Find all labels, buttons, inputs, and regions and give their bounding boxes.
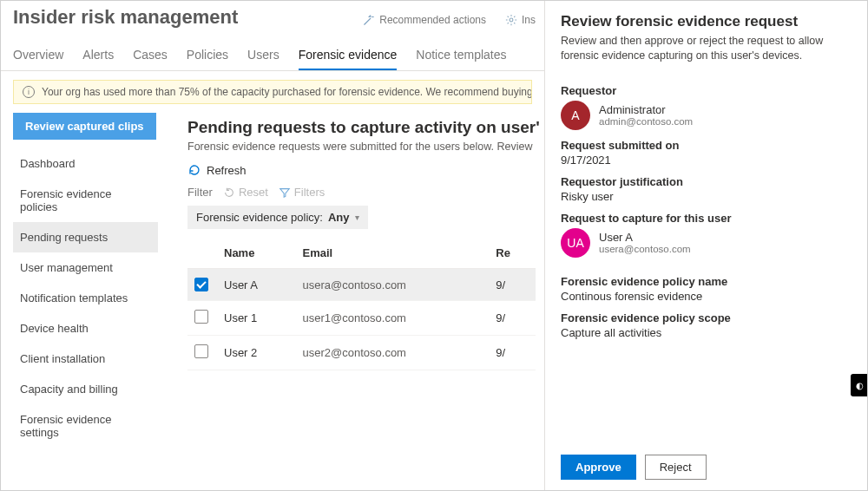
help-bubble[interactable]: ◐ [851, 374, 868, 396]
avatar: UA [561, 228, 590, 258]
review-request-panel: Review forensic evidence request Review … [544, 1, 867, 490]
submitted-on-label: Request submitted on [561, 139, 852, 152]
tab-overview[interactable]: Overview [13, 41, 63, 70]
submitted-on-value: 9/17/2021 [561, 154, 852, 167]
policy-filter-pill[interactable]: Forensic evidence policy: Any ▾ [187, 206, 368, 229]
tab-cases[interactable]: Cases [133, 41, 168, 70]
sidebar-item-forensic-evidence-policies[interactable]: Forensic evidence policies [13, 179, 158, 222]
justification-value: Risky user [561, 190, 852, 203]
sidebar-item-notification-templates[interactable]: Notification templates [13, 283, 158, 313]
reset-icon [223, 187, 235, 199]
pending-requests-heading: Pending requests to capture activity on … [187, 118, 536, 137]
row-checkbox[interactable] [194, 344, 208, 358]
refresh-button[interactable]: Refresh [187, 163, 247, 177]
column-header[interactable]: Email [296, 238, 490, 269]
table-row[interactable]: User 1user1@contoso.com9/ [187, 301, 536, 336]
sidebar-item-pending-requests[interactable]: Pending requests [13, 222, 158, 252]
policy-name-label: Forensic evidence policy name [561, 275, 852, 288]
requestor-label: Requestor [561, 84, 852, 97]
tab-bar: OverviewAlertsCasesPoliciesUsersForensic… [1, 36, 544, 71]
tab-users[interactable]: Users [247, 41, 279, 70]
filters-button[interactable]: Filters [279, 186, 325, 199]
panel-description: Review and then approve or reject the re… [561, 34, 852, 63]
chevron-down-icon: ▾ [355, 213, 359, 222]
sidebar-item-client-installation[interactable]: Client installation [13, 344, 158, 374]
filter-label: Filter [187, 186, 213, 199]
reset-filters-button[interactable]: Reset [223, 186, 268, 199]
capture-user-label: Request to capture for this user [561, 212, 852, 225]
reject-button[interactable]: Reject [645, 455, 707, 480]
refresh-icon [187, 163, 201, 177]
capacity-warning: i Your org has used more than 75% of the… [13, 80, 532, 104]
pending-requests-table: NameEmailRe User Ausera@contoso.com9/Use… [187, 238, 536, 370]
table-row[interactable]: User 2user2@contoso.com9/ [187, 336, 536, 370]
gear-icon [505, 14, 517, 26]
policy-name-value: Continous forensic evidence [561, 290, 852, 303]
wand-icon [363, 14, 375, 26]
column-header[interactable]: Re [489, 238, 536, 269]
row-checkbox[interactable] [194, 310, 208, 324]
review-captured-clips-button[interactable]: Review captured clips [13, 113, 156, 140]
column-header[interactable]: Name [217, 238, 296, 269]
sidebar-item-capacity-and-billing[interactable]: Capacity and billing [13, 374, 158, 404]
policy-scope-value: Capture all activities [561, 326, 852, 339]
svg-point-0 [510, 18, 513, 22]
row-checkbox[interactable] [194, 278, 208, 291]
policy-scope-label: Forensic evidence policy scope [561, 311, 852, 324]
table-row[interactable]: User Ausera@contoso.com9/ [187, 269, 536, 301]
tab-notice-templates[interactable]: Notice templates [416, 41, 506, 70]
sidebar-item-device-health[interactable]: Device health [13, 313, 158, 344]
requestor-persona: A Administrator admin@contoso.com [561, 101, 852, 130]
avatar: A [561, 101, 590, 130]
sidebar-item-dashboard[interactable]: Dashboard [13, 148, 158, 179]
capture-user-persona: UA User A usera@contoso.com [561, 228, 852, 258]
tab-alerts[interactable]: Alerts [82, 41, 114, 70]
info-icon: i [23, 86, 35, 98]
filter-icon [279, 187, 291, 199]
approve-button[interactable]: Approve [561, 455, 636, 480]
sidebar-item-user-management[interactable]: User management [13, 252, 158, 283]
sidebar-item-forensic-evidence-settings[interactable]: Forensic evidence settings [13, 404, 158, 448]
justification-label: Requestor justification [561, 175, 852, 188]
tab-policies[interactable]: Policies [187, 41, 228, 70]
tab-forensic-evidence[interactable]: Forensic evidence [299, 41, 398, 70]
panel-title: Review forensic evidence request [561, 13, 852, 30]
pending-requests-subtext: Forensic evidence requests were submitte… [187, 141, 536, 153]
recommended-actions-link[interactable]: Recommended actions [363, 14, 486, 26]
settings-link[interactable]: Ins [505, 14, 536, 26]
